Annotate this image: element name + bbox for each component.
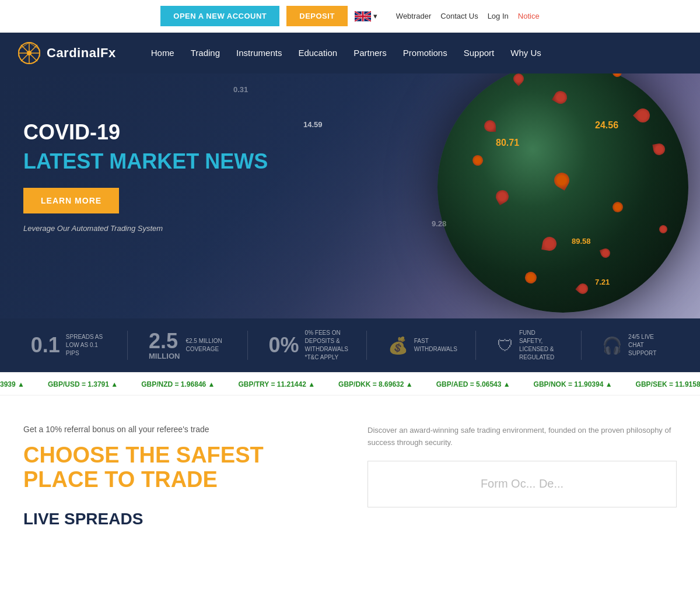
logo-icon bbox=[18, 41, 41, 65]
stat-text-fees: 0% FEES ON DEPOSITS & WITHDRAWALS *T&C A… bbox=[305, 329, 346, 362]
stat-number-spreads: 0.1 bbox=[31, 335, 60, 356]
headset-icon: 🎧 bbox=[602, 336, 622, 355]
shield-icon: 🛡 bbox=[497, 336, 513, 355]
float-num-7: 7.21 bbox=[595, 278, 610, 286]
ticker-inner: 3939 ▲ GBP/USD = 1.3791 ▲ GBP/NZD = 1.96… bbox=[0, 380, 700, 388]
logo[interactable]: CardinalFx bbox=[18, 41, 116, 65]
ticker-gbpaed: GBP/AED = 5.06543 ▲ bbox=[436, 380, 510, 388]
stat-number-million: 2.5 MILLION bbox=[149, 331, 180, 360]
nav-home[interactable]: Home bbox=[151, 45, 174, 61]
spike bbox=[610, 199, 625, 214]
hero-globe-container bbox=[362, 73, 700, 318]
nav-support[interactable]: Support bbox=[464, 45, 495, 61]
stat-million: 2.5 MILLION €2.5 MILLION COVERAGE bbox=[149, 331, 226, 360]
hero-section: 0.31 14.59 80.71 24.56 9.28 89.58 7.21 C… bbox=[0, 73, 700, 318]
stat-divider-5 bbox=[581, 331, 582, 360]
spike bbox=[652, 142, 666, 156]
stat-spreads: 0.1 SPREADS AS LOW AS 0.1 PIPS bbox=[31, 333, 107, 358]
spike bbox=[600, 247, 612, 260]
nav-why-us[interactable]: Why Us bbox=[510, 45, 541, 61]
nav-links: Home Trading Instruments Education Partn… bbox=[151, 48, 541, 58]
main-left: Get a 10% referral bonus on all your ref… bbox=[23, 425, 332, 528]
float-num-1: 0.31 bbox=[233, 85, 248, 94]
top-bar-links: Webtrader Contact Us Log In Notice bbox=[396, 12, 540, 20]
spike bbox=[523, 270, 538, 285]
ticker-prefix: 3939 ▲ bbox=[0, 380, 24, 388]
spike bbox=[541, 236, 558, 252]
stat-number-fees: 0% bbox=[269, 335, 299, 356]
stat-divider-3 bbox=[366, 331, 367, 360]
float-num-6: 89.58 bbox=[572, 237, 591, 246]
logo-text: CardinalFx bbox=[47, 45, 116, 61]
spike bbox=[494, 188, 511, 205]
ticker-gbpnzd: GBP/NZD = 1.96846 ▲ bbox=[141, 380, 215, 388]
spike bbox=[633, 106, 653, 125]
form-placeholder: Form Oc... De... bbox=[368, 461, 677, 507]
stat-text-million: €2.5 MILLION COVERAGE bbox=[186, 337, 226, 353]
deposit-button[interactable]: DEPOSIT bbox=[286, 6, 348, 26]
stats-bar: 0.1 SPREADS AS LOW AS 0.1 PIPS 2.5 MILLI… bbox=[0, 318, 700, 372]
learn-more-button[interactable]: LEARN MORE bbox=[23, 188, 119, 213]
ticker-gbpdkk: GBP/DKK = 8.69632 ▲ bbox=[338, 380, 413, 388]
ticker-gbpsek: GBP/SEK = 11.91581 ▲ bbox=[636, 380, 700, 388]
stat-text-spreads: SPREADS AS LOW AS 0.1 PIPS bbox=[66, 333, 107, 358]
hero-subtitle: Leverage Our Automated Trading System bbox=[23, 224, 268, 233]
choose-title-line1: CHOOSE THE SAFEST bbox=[23, 443, 332, 468]
choose-title-line2: PLACE TO TRADE bbox=[23, 468, 332, 492]
nav-partners[interactable]: Partners bbox=[354, 45, 387, 61]
spike bbox=[484, 120, 496, 132]
open-account-button[interactable]: OPEN A NEW ACCOUNT bbox=[160, 6, 279, 26]
hero-title-top: COVID-19 bbox=[23, 120, 268, 145]
ticker-gbpusd: GBP/USD = 1.3791 ▲ bbox=[48, 380, 118, 388]
navbar: CardinalFx Home Trading Instruments Educ… bbox=[0, 33, 700, 73]
main-right: Discover an award-winning safe trading e… bbox=[368, 425, 677, 528]
top-bar: OPEN A NEW ACCOUNT DEPOSIT ▾ Webtrader C… bbox=[0, 0, 700, 33]
form-placeholder-text: Form Oc... De... bbox=[481, 477, 564, 491]
ticker-gbpnok: GBP/NOK = 11.90394 ▲ bbox=[534, 380, 612, 388]
stat-text-fund-safety: FUND SAFETY, LICENSED & REGULATED bbox=[519, 329, 560, 362]
hero-content: COVID-19 LATEST MARKET NEWS LEARN MORE L… bbox=[23, 120, 268, 233]
stat-text-withdrawals: FAST WITHDRAWALS bbox=[414, 337, 455, 353]
ticker-gbptry: GBP/TRY = 11.21442 ▲ bbox=[238, 380, 315, 388]
spike bbox=[471, 153, 484, 167]
live-spreads-title: LIVE SPREADS bbox=[23, 510, 332, 528]
nav-trading[interactable]: Trading bbox=[191, 45, 220, 61]
fast-withdrawals-icon: 💰 bbox=[388, 336, 408, 355]
float-num-2: 14.59 bbox=[303, 120, 323, 129]
hero-title-bottom: LATEST MARKET NEWS bbox=[23, 149, 268, 174]
stat-divider-2 bbox=[247, 331, 248, 360]
stat-divider-1 bbox=[127, 331, 128, 360]
spike bbox=[575, 281, 590, 296]
language-selector[interactable]: ▾ bbox=[355, 11, 377, 22]
float-num-3: 80.71 bbox=[496, 138, 519, 148]
globe-sphere bbox=[438, 73, 688, 313]
webtrader-link[interactable]: Webtrader bbox=[396, 12, 431, 20]
stat-fund-safety: 🛡 FUND SAFETY, LICENSED & REGULATED bbox=[497, 329, 560, 362]
uk-flag-icon bbox=[355, 11, 371, 22]
choose-title: CHOOSE THE SAFEST PLACE TO TRADE bbox=[23, 443, 332, 492]
contact-link[interactable]: Contact Us bbox=[440, 12, 478, 20]
ticker: 3939 ▲ GBP/USD = 1.3791 ▲ GBP/NZD = 1.96… bbox=[0, 372, 700, 395]
stat-divider-4 bbox=[475, 331, 476, 360]
nav-promotions[interactable]: Promotions bbox=[403, 45, 447, 61]
referral-text: Get a 10% referral bonus on all your ref… bbox=[23, 425, 332, 434]
float-num-4: 24.56 bbox=[595, 120, 618, 131]
stat-withdrawals: 💰 FAST WITHDRAWALS bbox=[388, 336, 455, 355]
spike bbox=[511, 73, 526, 86]
spike bbox=[552, 89, 569, 106]
login-link[interactable]: Log In bbox=[488, 12, 509, 20]
stat-chat: 🎧 24/5 LIVE CHAT SUPPORT bbox=[602, 333, 669, 358]
spike bbox=[658, 224, 668, 234]
spike bbox=[551, 170, 572, 191]
dropdown-arrow: ▾ bbox=[373, 12, 377, 20]
nav-instruments[interactable]: Instruments bbox=[236, 45, 282, 61]
stat-text-chat: 24/5 LIVE CHAT SUPPORT bbox=[628, 333, 669, 358]
nav-education[interactable]: Education bbox=[298, 45, 337, 61]
stat-fees: 0% 0% FEES ON DEPOSITS & WITHDRAWALS *T&… bbox=[269, 329, 346, 362]
spike bbox=[611, 73, 624, 79]
float-num-5: 9.28 bbox=[432, 219, 446, 228]
notice-link[interactable]: Notice bbox=[518, 12, 540, 20]
main-content: Get a 10% referral bonus on all your ref… bbox=[0, 395, 700, 546]
discover-text: Discover an award-winning safe trading e… bbox=[368, 425, 677, 449]
